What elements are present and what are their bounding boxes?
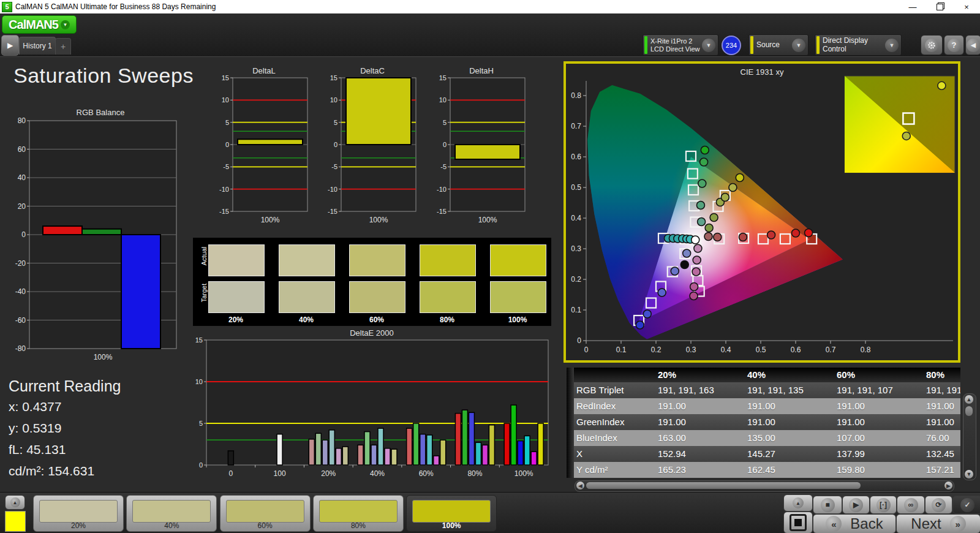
check-button[interactable]: ✓	[952, 496, 980, 514]
delta-e2000-chart: DeltaE 2000051015010020%40%60%80%100%	[192, 328, 552, 486]
svg-text:0.3: 0.3	[686, 346, 696, 354]
table-vertical-scrollbar[interactable]: ▲ ▼	[963, 393, 976, 480]
play-button[interactable]: ▶	[842, 496, 870, 514]
svg-text:100: 100	[274, 469, 286, 478]
actual-swatch-40%	[279, 244, 335, 276]
svg-text:40%: 40%	[370, 469, 385, 478]
svg-text:5: 5	[199, 420, 203, 427]
help-icon: ?	[948, 39, 961, 52]
patch-label: 20%	[34, 521, 123, 530]
current-patch-swatch	[5, 511, 26, 532]
source-dropdown[interactable]: Source ▼	[748, 34, 809, 56]
collapse-panel-button[interactable]: ◀	[965, 35, 980, 55]
svg-text:0.6: 0.6	[791, 346, 801, 354]
display-control-dropdown[interactable]: Direct Display Control ▼	[815, 34, 902, 56]
chevron-up-icon: ▲	[10, 497, 20, 507]
loop-button[interactable]: ⟳	[925, 496, 952, 514]
chevron-down-icon: ▼	[885, 39, 899, 52]
table-row[interactable]: GreenIndex191.00191.00191.00191.00	[567, 414, 960, 430]
svg-text:100%: 100%	[514, 469, 533, 478]
restore-button[interactable]	[926, 0, 953, 13]
svg-text:20%: 20%	[321, 469, 336, 478]
calman-logo-button[interactable]: CalMAN5 ▼	[2, 15, 77, 34]
chevrons-left-icon: «	[826, 516, 842, 532]
stop-pattern-button[interactable]	[783, 512, 813, 533]
scroll-right-icon[interactable]: ▶	[944, 482, 952, 490]
scroll-left-icon[interactable]: ◀	[576, 482, 584, 490]
table-row[interactable]: Y cd/m²165.23162.45159.80157.21	[567, 462, 960, 478]
table-cell: 191, 191, 135	[745, 382, 834, 398]
table-row[interactable]: BlueIndex163.00135.00107.0076.00	[567, 430, 960, 446]
stop-button[interactable]: ■	[813, 496, 842, 514]
svg-text:100%: 100%	[478, 216, 497, 224]
patch-button-80%[interactable]: 80%	[313, 495, 404, 532]
patch-color-swatch	[132, 500, 211, 523]
delta-c-chart: DeltaC-15-10-5051015100%	[324, 66, 421, 231]
svg-text:10: 10	[439, 96, 447, 104]
target-swatch-80%	[420, 281, 476, 313]
table-row[interactable]: RGB Triplet191, 191, 163191, 191, 135191…	[567, 382, 960, 398]
tab-scroll-button[interactable]: ▶	[1, 35, 19, 56]
settings-button[interactable]	[921, 35, 943, 55]
target-swatch-40%	[279, 281, 335, 313]
svg-text:-20: -20	[15, 259, 26, 268]
svg-text:-5: -5	[440, 163, 447, 170]
reading-x: x: 0.4377	[9, 399, 61, 414]
close-button[interactable]: ×	[953, 0, 980, 13]
table-header-20%: 20%	[655, 368, 745, 382]
back-button[interactable]: « Back	[813, 514, 896, 533]
continuous-button[interactable]: ∞	[897, 496, 925, 514]
table-row[interactable]: X152.94145.27137.99132.45	[567, 446, 960, 462]
svg-text:5: 5	[334, 119, 337, 126]
tab-history-1[interactable]: History 1	[19, 37, 56, 55]
target-swatch-60%	[349, 281, 405, 313]
table-row[interactable]: RedIndex191.00191.00191.00191.00	[567, 398, 960, 414]
swatch-column-label: 100%	[490, 316, 545, 324]
scroll-up-icon[interactable]: ▲	[965, 395, 973, 404]
patch-button-20%[interactable]: 20%	[33, 495, 124, 532]
patch-list-collapse-button[interactable]: ▲	[5, 495, 25, 510]
transport-collapse-button[interactable]: ▲	[783, 494, 813, 512]
table-horizontal-scrollbar[interactable]: ◀ ▶	[575, 480, 954, 492]
minimize-button[interactable]: —	[899, 0, 926, 13]
patch-color-swatch	[226, 500, 304, 523]
svg-text:-10: -10	[437, 186, 447, 193]
stop-icon: ■	[821, 498, 835, 512]
patch-button-40%[interactable]: 40%	[126, 495, 217, 532]
chevron-down-icon: ▼	[792, 39, 805, 52]
row-label-actual: Actual	[200, 240, 208, 272]
svg-text:0.6: 0.6	[571, 153, 581, 161]
calman-window: 5 CalMAN 5 CalMAN Ultimate for Business …	[0, 0, 980, 533]
meter-count-badge[interactable]: 234	[722, 36, 741, 55]
svg-text:-80: -80	[15, 344, 26, 353]
svg-text:0.5: 0.5	[571, 183, 581, 192]
add-tab-button[interactable]: +	[55, 38, 71, 55]
svg-text:10: 10	[330, 96, 337, 104]
table-cell: 165.23	[655, 462, 745, 478]
page-title: Saturation Sweeps	[13, 64, 194, 88]
reading-fl: fL: 45.131	[9, 442, 66, 457]
target-swatch-20%	[208, 281, 265, 313]
svg-text:10: 10	[222, 96, 229, 104]
step-button[interactable]: [·]	[870, 496, 897, 514]
actual-swatch-60%	[349, 244, 405, 276]
patch-button-100%[interactable]: 100%	[406, 495, 497, 532]
svg-text:0.3: 0.3	[571, 244, 581, 253]
back-label: Back	[850, 515, 883, 532]
rgb-balance-chart: RGB Balance -80-60-40-20020406080100%	[11, 108, 190, 372]
help-button[interactable]: ?	[944, 35, 964, 55]
scrollbar-thumb[interactable]	[965, 406, 973, 416]
swatch-column-label: 40%	[279, 316, 334, 324]
scroll-down-icon[interactable]: ▼	[965, 470, 973, 478]
patch-button-60%[interactable]: 60%	[220, 495, 311, 532]
chevron-down-icon: ▼	[702, 39, 715, 52]
table-cell: 191, 191, 107	[834, 382, 924, 398]
scrollbar-thumb[interactable]	[586, 482, 861, 489]
meter-dropdown[interactable]: X-Rite i1Pro 2LCD Direct View ▼	[643, 34, 718, 56]
next-button[interactable]: Next »	[896, 514, 980, 533]
titlebar: 5 CalMAN 5 CalMAN Ultimate for Business …	[0, 0, 980, 13]
actual-swatch-100%	[490, 244, 546, 276]
row-label: BlueIndex	[574, 430, 655, 446]
target-swatch-100%	[490, 281, 546, 313]
row-label: Y cd/m²	[574, 462, 655, 478]
